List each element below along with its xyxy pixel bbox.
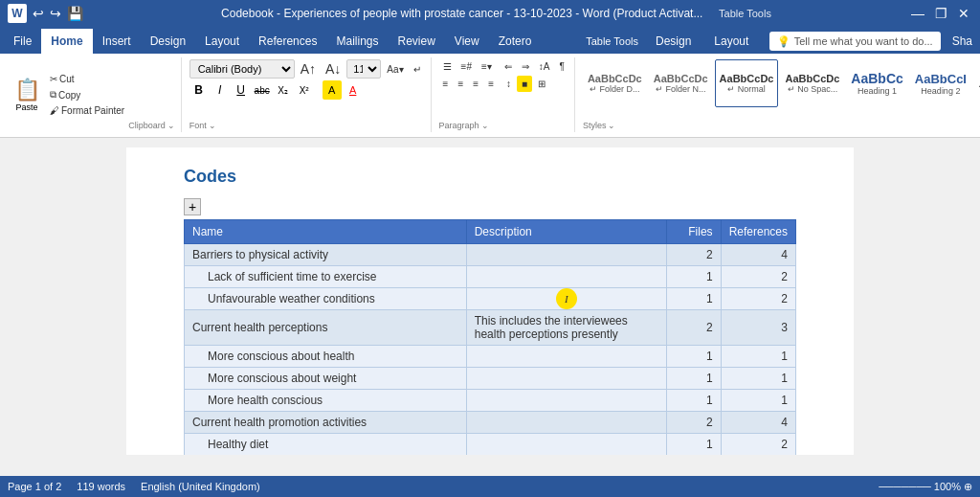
cell-description[interactable]	[466, 266, 666, 288]
quick-access-redo[interactable]: ↪	[50, 6, 61, 21]
strikethrough-button[interactable]: abc	[253, 80, 272, 100]
paragraph-expand-icon[interactable]: ⌄	[481, 121, 489, 130]
table-add-row-button[interactable]: +	[184, 198, 201, 215]
styles-scroll-up[interactable]: ▲	[973, 77, 980, 91]
cell-description[interactable]	[466, 244, 666, 266]
tab-table-design[interactable]: Design	[646, 29, 701, 54]
styles-group-label: Styles ⌄	[583, 121, 980, 130]
tab-zotero[interactable]: Zotero	[489, 29, 542, 54]
cell-description[interactable]	[466, 390, 666, 412]
tab-references[interactable]: References	[249, 29, 326, 54]
style-heading1[interactable]: AaBbCc Heading 1	[846, 59, 907, 107]
font-name-select[interactable]: Calibri (Body)	[189, 59, 295, 79]
cell-name[interactable]: Current health promotion activities	[185, 412, 467, 434]
style-folder-d[interactable]: AaBbCcDc ↵ Folder D...	[583, 59, 647, 107]
cell-description[interactable]	[466, 434, 666, 456]
bold-button[interactable]: B	[189, 80, 209, 100]
close-button[interactable]: ✕	[955, 5, 972, 22]
tab-design[interactable]: Design	[141, 29, 195, 54]
shading-button[interactable]: ■	[517, 76, 532, 92]
table-row: Unfavourable weather conditionsI12	[185, 288, 796, 310]
cut-button[interactable]: ✂ Cut	[46, 72, 128, 86]
underline-button[interactable]: U	[232, 80, 251, 100]
style-normal[interactable]: AaBbCcDc ↵ Normal	[715, 59, 779, 107]
cell-name[interactable]: Current health perceptions	[185, 310, 467, 346]
multilevel-list-button[interactable]: ≡▾	[478, 59, 496, 74]
show-marks-button[interactable]: ¶	[556, 59, 568, 74]
italic-button[interactable]: I	[211, 80, 230, 100]
line-spacing-button[interactable]: ↕	[502, 77, 515, 91]
font-grow-button[interactable]: A↑	[297, 59, 320, 79]
tab-review[interactable]: Review	[388, 29, 444, 54]
cell-name[interactable]: More conscious about weight	[185, 368, 467, 390]
zoom-controls[interactable]: ─────── 100% ⊕	[879, 481, 972, 493]
status-bar: Page 1 of 2 119 words English (United Ki…	[0, 476, 980, 497]
style-no-spacing[interactable]: AaBbCcDc ↵ No Spac...	[780, 59, 844, 107]
cell-files: 2	[667, 244, 722, 266]
cell-description[interactable]: I	[466, 288, 666, 310]
style-heading2[interactable]: AaBbCcI Heading 2	[910, 59, 971, 107]
cell-references: 3	[721, 310, 795, 346]
tab-layout[interactable]: Layout	[195, 29, 249, 54]
cell-name[interactable]: Unfavourable weather conditions	[185, 288, 467, 310]
table-row: Healthy diet12	[185, 434, 796, 456]
maximize-button[interactable]: ❐	[932, 5, 949, 22]
tab-mailings[interactable]: Mailings	[326, 29, 388, 54]
cell-files: 1	[667, 288, 722, 310]
tell-me-box[interactable]: 💡 Tell me what you want to do...	[769, 32, 941, 51]
justify-button[interactable]: ≡	[484, 77, 498, 91]
tab-home[interactable]: Home	[41, 29, 92, 54]
quick-access-save[interactable]: 💾	[67, 6, 83, 21]
cell-files: 1	[667, 390, 722, 412]
cell-description[interactable]	[466, 412, 666, 434]
clear-format-button[interactable]: ↵	[410, 62, 425, 77]
title-bar-left: W ↩ ↪ 💾	[8, 4, 83, 23]
format-painter-button[interactable]: 🖌 Format Painter	[46, 103, 128, 118]
align-center-button[interactable]: ≡	[454, 77, 467, 91]
font-expand-icon[interactable]: ⌄	[209, 121, 216, 130]
cell-name[interactable]: More health conscious	[185, 390, 467, 412]
clipboard-expand-icon[interactable]: ⌄	[167, 121, 175, 130]
share-icon[interactable]: Sha	[952, 34, 972, 48]
borders-button[interactable]: ⊞	[534, 77, 549, 91]
increase-indent-button[interactable]: ⇒	[518, 59, 533, 74]
styles-expand-icon[interactable]: ⌄	[608, 121, 615, 130]
minimize-button[interactable]: —	[909, 5, 926, 22]
subscript-button[interactable]: X₂	[274, 80, 293, 100]
cell-description[interactable]: This includes the interviewees health pe…	[466, 310, 666, 346]
cell-references: 2	[721, 266, 795, 288]
sort-button[interactable]: ↕A	[535, 59, 554, 74]
cell-name[interactable]: More conscious about health	[185, 346, 467, 368]
numbering-button[interactable]: ≡#	[457, 59, 476, 74]
decrease-indent-button[interactable]: ⇐	[501, 59, 516, 74]
cell-references: 1	[721, 346, 795, 368]
cell-references: 4	[721, 244, 795, 266]
tab-table-layout[interactable]: Layout	[704, 29, 758, 54]
quick-access-undo[interactable]: ↩	[33, 6, 44, 21]
table-row: Barriers to physical activity24	[185, 244, 796, 266]
text-highlight-button[interactable]: A	[323, 80, 342, 100]
align-right-button[interactable]: ≡	[469, 77, 482, 91]
paste-button[interactable]: 📋 Paste	[10, 76, 44, 114]
font-shrink-button[interactable]: A↓	[322, 59, 345, 79]
cell-name[interactable]: Healthy diet	[185, 434, 467, 456]
word-app-icon: W	[8, 4, 27, 23]
cell-name[interactable]: Barriers to physical activity	[185, 244, 467, 266]
align-left-button[interactable]: ≡	[439, 77, 453, 91]
cell-files: 2	[667, 412, 722, 434]
cell-name[interactable]: Lack of sufficient time to exercise	[185, 266, 467, 288]
bullets-button[interactable]: ☰	[439, 59, 456, 74]
copy-button[interactable]: ⧉ Copy	[46, 87, 128, 102]
cell-references: 4	[721, 412, 795, 434]
cell-description[interactable]	[466, 346, 666, 368]
change-case-button[interactable]: Aa▾	[383, 62, 407, 77]
font-size-select[interactable]: 11	[346, 59, 381, 79]
tab-view[interactable]: View	[445, 29, 489, 54]
table-row: More health conscious11	[185, 390, 796, 412]
style-folder-n[interactable]: AaBbCcDc ↵ Folder N...	[649, 59, 713, 107]
tab-file[interactable]: File	[4, 29, 41, 54]
font-color-button[interactable]: A	[344, 80, 363, 100]
tab-insert[interactable]: Insert	[93, 29, 141, 54]
cell-description[interactable]	[466, 368, 666, 390]
superscript-button[interactable]: X²	[295, 80, 314, 100]
